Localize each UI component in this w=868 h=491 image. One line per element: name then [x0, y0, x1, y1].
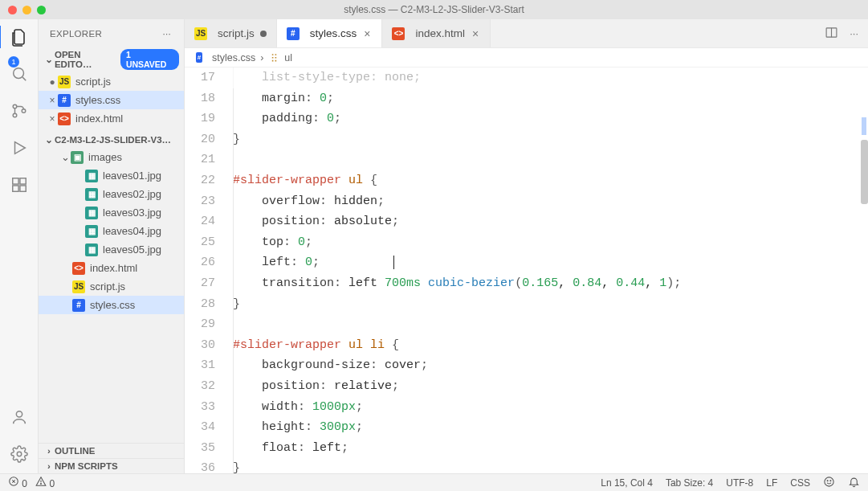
open-editors-header[interactable]: ⌄ OPEN EDITO… 1 UNSAVED — [39, 47, 184, 72]
code-line[interactable]: background-size: cover; — [226, 355, 868, 376]
editor-tabs: JSscript.js#styles.css×<>index.html× ··· — [185, 19, 868, 48]
file-row[interactable]: #styles.css — [39, 296, 184, 314]
file-row[interactable]: ▦leaves04.jpg — [39, 222, 184, 240]
outline-header[interactable]: › OUTLINE — [39, 443, 184, 458]
status-language[interactable]: CSS — [790, 477, 810, 489]
line-number: 28 — [185, 294, 226, 315]
extensions-icon[interactable] — [8, 174, 31, 196]
code-line[interactable]: } — [226, 458, 868, 473]
file-row[interactable]: JSscript.js — [39, 277, 184, 296]
activity-bar: 1 1 — [0, 19, 39, 473]
code-line[interactable]: left: 0; — [226, 252, 868, 273]
file-name: leaves05.jpg — [103, 243, 161, 256]
svg-point-10 — [16, 411, 22, 417]
file-icon: ▦ — [85, 188, 98, 201]
sidebar-more-icon[interactable]: ··· — [161, 27, 173, 40]
source-control-icon[interactable] — [8, 100, 31, 122]
editor-tab[interactable]: <>index.html× — [382, 19, 491, 47]
folder-row[interactable]: ⌄▣images — [39, 148, 184, 166]
status-errors[interactable]: 0 — [8, 476, 27, 489]
status-eol[interactable]: LF — [766, 477, 777, 489]
breadcrumb-symbol[interactable]: ul — [284, 52, 292, 63]
file-icon: <> — [392, 27, 405, 40]
file-row[interactable]: ▦leaves05.jpg — [39, 240, 184, 259]
open-editor-item[interactable]: ●JSscript.js — [39, 72, 184, 91]
code-line[interactable]: height: 300px; — [226, 417, 868, 438]
editor-more-icon[interactable]: ··· — [850, 27, 858, 39]
file-row[interactable]: ▦leaves03.jpg — [39, 203, 184, 222]
file-name: index.html — [75, 113, 123, 125]
code-line[interactable]: #slider-wrapper ul li { — [226, 335, 868, 356]
file-icon: # — [72, 299, 85, 312]
scrollbar-thumb[interactable] — [861, 140, 868, 204]
file-icon: JS — [72, 280, 85, 293]
file-icon: JS — [58, 76, 71, 88]
line-number: 20 — [185, 129, 226, 150]
close-icon[interactable]: × — [47, 113, 58, 125]
code-line[interactable]: padding: 0; — [226, 108, 868, 129]
file-row[interactable]: <>index.html — [39, 259, 184, 277]
project-label: C2-M3-L2-JS-SLIDER-V3… — [55, 135, 171, 145]
svg-point-3 — [13, 113, 17, 117]
status-tabsize[interactable]: Tab Size: 4 — [666, 477, 713, 489]
file-name: script.js — [90, 280, 125, 293]
code-line[interactable] — [226, 149, 868, 170]
run-debug-icon[interactable] — [8, 137, 31, 159]
minimize-window-button[interactable] — [22, 6, 31, 14]
status-encoding[interactable]: UTF-8 — [726, 477, 753, 489]
file-icon: ▦ — [85, 225, 98, 238]
code-line[interactable]: float: left; — [226, 438, 868, 459]
settings-gear-icon[interactable] — [8, 443, 31, 465]
svg-point-4 — [22, 109, 26, 113]
code-editor[interactable]: 17 list-style-type: none;18 margin: 0;19… — [185, 68, 868, 473]
code-line[interactable]: #slider-wrapper ul { — [226, 170, 868, 191]
svg-point-21 — [830, 480, 831, 481]
project-header[interactable]: ⌄ C2-M3-L2-JS-SLIDER-V3… — [39, 133, 184, 147]
code-line[interactable] — [226, 314, 868, 335]
line-number: 33 — [185, 397, 226, 418]
file-icon: ▦ — [85, 170, 98, 182]
breadcrumb-file[interactable]: styles.css — [212, 52, 255, 63]
open-editors-label: OPEN EDITO… — [55, 50, 120, 69]
sidebar-title: EXPLORER — [50, 29, 102, 39]
npm-scripts-label: NPM SCRIPTS — [55, 461, 118, 471]
status-feedback-icon[interactable] — [823, 476, 835, 490]
open-editor-item[interactable]: ×<>index.html — [39, 109, 184, 128]
scrollbar-track[interactable] — [858, 68, 868, 473]
split-editor-icon[interactable] — [825, 26, 838, 42]
code-line[interactable]: position: relative; — [226, 376, 868, 397]
status-lncol[interactable]: Ln 15, Col 4 — [601, 477, 653, 489]
explorer-icon[interactable] — [0, 26, 38, 48]
editor-tab[interactable]: #styles.css× — [277, 19, 383, 47]
code-line[interactable]: width: 1000px; — [226, 397, 868, 418]
svg-rect-6 — [12, 178, 18, 184]
chevron-right-icon: › — [43, 461, 55, 471]
account-icon[interactable] — [8, 406, 31, 428]
close-window-button[interactable] — [8, 6, 17, 14]
code-line[interactable]: overflow: hidden; — [226, 191, 868, 212]
code-line[interactable]: position: absolute; — [226, 211, 868, 232]
maximize-window-button[interactable] — [37, 6, 46, 14]
code-line[interactable]: list-style-type: none; — [226, 68, 868, 88]
dirty-dot-icon: ● — [47, 76, 58, 88]
file-row[interactable]: ▦leaves02.jpg — [39, 185, 184, 203]
code-line[interactable]: top: 0; — [226, 232, 868, 253]
editor-tab[interactable]: JSscript.js — [185, 19, 277, 47]
code-line[interactable]: transition: left 700ms cubic-bezier(0.16… — [226, 273, 868, 294]
npm-scripts-header[interactable]: › NPM SCRIPTS — [39, 458, 184, 473]
outline-label: OUTLINE — [55, 446, 95, 456]
code-line[interactable]: margin: 0; — [226, 88, 868, 109]
file-row[interactable]: ▦leaves01.jpg — [39, 166, 184, 185]
line-number: 23 — [185, 191, 226, 212]
file-icon: <> — [58, 113, 71, 125]
close-icon[interactable]: × — [471, 27, 480, 40]
open-editor-item[interactable]: ×#styles.css — [39, 91, 184, 109]
file-icon: # — [287, 27, 300, 40]
close-icon[interactable]: × — [362, 27, 372, 40]
close-icon[interactable]: × — [47, 95, 58, 106]
breadcrumb[interactable]: # styles.css › ul — [185, 48, 868, 68]
code-line[interactable]: } — [226, 294, 868, 315]
code-line[interactable]: } — [226, 129, 868, 150]
status-bell-icon[interactable] — [848, 476, 860, 490]
status-warnings[interactable]: 0 — [35, 476, 55, 489]
